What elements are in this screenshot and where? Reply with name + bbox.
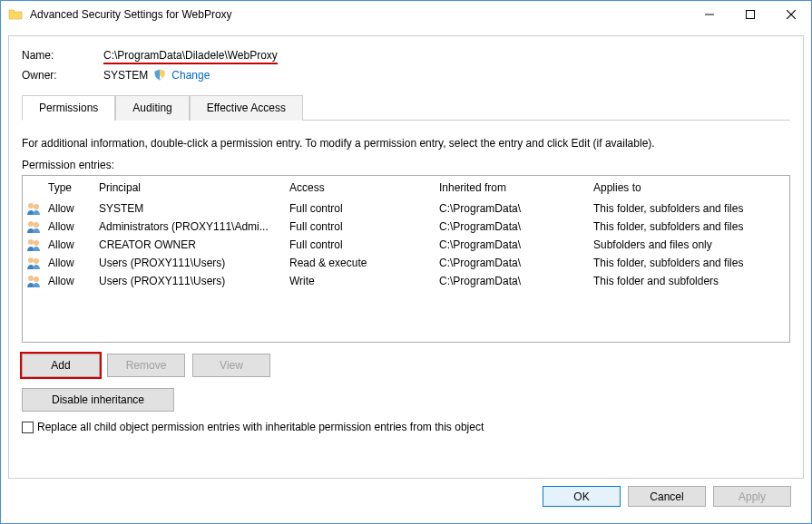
- permission-entries-grid: Type Principal Access Inherited from App…: [22, 175, 790, 343]
- tab-permissions[interactable]: Permissions: [22, 95, 115, 121]
- titlebar: Advanced Security Settings for WebProxy: [1, 1, 811, 28]
- cell-principal: Users (PROXY111\Users): [99, 257, 289, 269]
- security-settings-window: Advanced Security Settings for WebProxy …: [0, 0, 812, 524]
- svg-point-10: [34, 277, 39, 282]
- cell-inherited: C:\ProgramData\: [439, 238, 593, 251]
- name-label: Name:: [22, 49, 103, 62]
- table-row[interactable]: Allow Users (PROXY111\Users) Read & exec…: [23, 254, 789, 272]
- replace-children-checkbox[interactable]: [22, 422, 34, 433]
- tab-effective-access[interactable]: Effective Access: [190, 95, 303, 121]
- window-title: Advanced Security Settings for WebProxy: [30, 8, 689, 21]
- svg-point-7: [28, 257, 34, 263]
- col-applies[interactable]: Applies to: [593, 181, 786, 194]
- cancel-button[interactable]: Cancel: [628, 486, 706, 507]
- svg-point-4: [34, 222, 39, 228]
- cell-principal: Administrators (PROXY111\Admi...: [99, 220, 289, 233]
- svg-point-2: [34, 204, 39, 209]
- window-controls: [689, 1, 811, 28]
- tab-bar: Permissions Auditing Effective Access: [22, 94, 790, 120]
- change-owner-link[interactable]: Change: [171, 69, 210, 82]
- col-type[interactable]: Type: [48, 181, 99, 194]
- svg-point-9: [28, 276, 34, 281]
- info-text: For additional information, double-click…: [22, 137, 790, 150]
- col-principal[interactable]: Principal: [99, 181, 289, 194]
- col-inherited[interactable]: Inherited from: [439, 181, 593, 194]
- object-path: C:\ProgramData\Diladele\WebProxy: [103, 49, 278, 64]
- cell-access: Full control: [289, 220, 439, 233]
- svg-rect-0: [746, 10, 754, 18]
- svg-point-8: [34, 258, 39, 264]
- close-button[interactable]: [770, 1, 811, 27]
- minimize-button[interactable]: [689, 1, 729, 27]
- svg-point-6: [34, 240, 39, 246]
- maximize-button[interactable]: [729, 1, 770, 27]
- cell-access: Read & execute: [289, 257, 439, 269]
- tab-auditing[interactable]: Auditing: [115, 95, 189, 121]
- cell-type: Allow: [48, 238, 99, 251]
- users-icon: [26, 274, 41, 288]
- disable-inheritance-button[interactable]: Disable inheritance: [22, 388, 174, 412]
- folder-icon: [8, 7, 23, 22]
- remove-button[interactable]: Remove: [107, 354, 185, 377]
- cell-type: Allow: [48, 220, 99, 233]
- cell-principal: SYSTEM: [99, 202, 289, 215]
- users-icon: [26, 256, 41, 270]
- table-row[interactable]: Allow CREATOR OWNER Full control C:\Prog…: [23, 236, 789, 254]
- owner-value: SYSTEM: [103, 69, 148, 82]
- cell-inherited: C:\ProgramData\: [439, 275, 593, 287]
- replace-children-label: Replace all child object permission entr…: [37, 421, 484, 433]
- cell-principal: CREATOR OWNER: [99, 238, 289, 251]
- table-row[interactable]: Allow Users (PROXY111\Users) Write C:\Pr…: [23, 272, 789, 290]
- svg-point-5: [28, 239, 34, 245]
- users-icon: [26, 201, 41, 216]
- cell-access: Write: [289, 275, 439, 287]
- svg-point-3: [28, 221, 34, 227]
- view-button[interactable]: View: [192, 354, 270, 377]
- col-access[interactable]: Access: [289, 181, 439, 194]
- grid-header: Type Principal Access Inherited from App…: [23, 176, 789, 199]
- cell-applies: This folder, subfolders and files: [593, 257, 786, 269]
- add-button[interactable]: Add: [22, 354, 100, 377]
- cell-applies: This folder and subfolders: [593, 275, 786, 287]
- users-icon: [26, 238, 41, 252]
- cell-type: Allow: [48, 257, 99, 269]
- cell-principal: Users (PROXY111\Users): [99, 275, 289, 287]
- cell-type: Allow: [48, 275, 99, 287]
- apply-button[interactable]: Apply: [713, 486, 791, 507]
- table-row[interactable]: Allow Administrators (PROXY111\Admi... F…: [23, 218, 789, 236]
- cell-access: Full control: [289, 202, 439, 215]
- users-icon: [26, 219, 41, 234]
- cell-access: Full control: [289, 238, 439, 251]
- shield-icon: [153, 69, 166, 82]
- cell-type: Allow: [48, 202, 99, 215]
- cell-applies: This folder, subfolders and files: [593, 202, 786, 215]
- svg-point-1: [28, 203, 34, 209]
- cell-applies: This folder, subfolders and files: [593, 220, 786, 233]
- dialog-footer: OK Cancel Apply: [8, 479, 804, 516]
- entries-label: Permission entries:: [22, 159, 790, 171]
- cell-inherited: C:\ProgramData\: [439, 257, 593, 269]
- table-row[interactable]: Allow SYSTEM Full control C:\ProgramData…: [23, 199, 789, 218]
- owner-label: Owner:: [22, 69, 103, 82]
- cell-inherited: C:\ProgramData\: [439, 220, 593, 233]
- cell-inherited: C:\ProgramData\: [439, 202, 593, 215]
- cell-applies: Subfolders and files only: [593, 238, 786, 251]
- ok-button[interactable]: OK: [543, 486, 621, 507]
